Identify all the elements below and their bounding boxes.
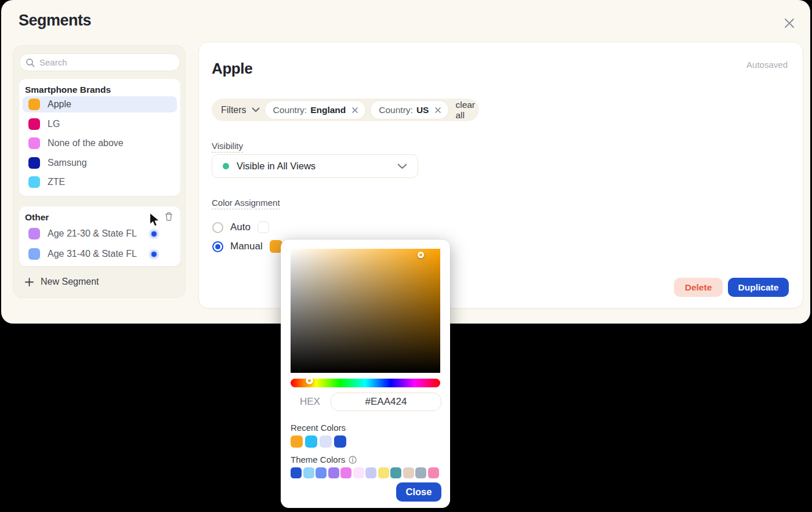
trash-icon	[164, 212, 173, 221]
color-swatch	[28, 99, 40, 110]
color-swatch	[28, 157, 40, 169]
remove-filter-icon[interactable]	[351, 107, 358, 114]
filters-dropdown-toggle[interactable]: Filters	[221, 105, 260, 115]
theme-color-swatch[interactable]	[365, 467, 376, 478]
segment-item-none-of-the-above[interactable]: None of the above	[23, 135, 177, 151]
theme-color-swatch[interactable]	[403, 467, 414, 478]
color-swatch	[28, 118, 40, 130]
search-box[interactable]	[19, 53, 180, 71]
hue-slider-handle[interactable]	[306, 377, 313, 384]
clear-all-filters-button[interactable]: clear all	[455, 100, 475, 121]
gradient-handle[interactable]	[418, 252, 424, 258]
segments-sidebar: Smartphone Brands Apple LG None of the a…	[13, 45, 186, 298]
close-picker-button[interactable]: Close	[396, 482, 441, 502]
autosaved-status: Autosaved	[746, 60, 788, 70]
color-swatch	[28, 137, 40, 149]
color-swatch	[28, 228, 40, 239]
plus-icon	[25, 278, 34, 286]
auto-radio-button[interactable]	[212, 222, 223, 233]
new-segment-button[interactable]: New Segment	[25, 277, 99, 287]
hex-input[interactable]	[331, 393, 441, 411]
theme-color-swatch[interactable]	[291, 467, 302, 478]
recent-colors-label: Recent Colors	[291, 423, 346, 433]
chevron-down-icon	[252, 107, 260, 112]
segment-group-other: Other Age 21-30 & State FL Age 31-40 & S…	[19, 206, 180, 266]
theme-color-swatch[interactable]	[390, 467, 401, 478]
filter-chip-country-us[interactable]: Country: US	[371, 101, 448, 119]
filter-bar: Filters Country: England Country: US cle	[212, 99, 479, 121]
manual-radio-button[interactable]	[212, 241, 223, 252]
theme-color-swatch[interactable]	[303, 467, 314, 478]
hex-label: HEX	[300, 396, 320, 408]
color-swatch	[28, 176, 40, 188]
close-icon	[783, 17, 796, 30]
segment-item-lg[interactable]: LG	[23, 116, 177, 132]
recent-color-swatch[interactable]	[334, 435, 346, 448]
color-assignment-label: Color Assignment	[212, 198, 280, 209]
theme-colors-row	[291, 467, 439, 478]
info-icon[interactable]	[349, 456, 357, 464]
delete-group-button[interactable]	[164, 212, 173, 221]
recent-color-swatch[interactable]	[320, 435, 332, 448]
recent-colors-row	[291, 435, 346, 448]
visibility-status-dot	[223, 163, 229, 169]
theme-color-swatch[interactable]	[340, 467, 351, 478]
hex-row: HEX	[300, 393, 441, 411]
recent-color-swatch[interactable]	[305, 435, 317, 448]
theme-color-swatch[interactable]	[428, 467, 439, 478]
color-picker-popup: HEX Recent Colors Theme Colors Close	[281, 239, 450, 508]
active-indicator-dot	[151, 231, 157, 237]
recent-color-swatch[interactable]	[291, 435, 303, 448]
color-swatch	[28, 248, 40, 260]
segment-item-zte[interactable]: ZTE	[23, 174, 177, 190]
auto-color-swatch[interactable]	[258, 221, 269, 233]
close-button[interactable]	[781, 15, 798, 31]
segment-item-age-21-30[interactable]: Age 21-30 & State FL	[23, 226, 177, 242]
segment-item-apple[interactable]: Apple	[23, 96, 177, 112]
chevron-down-icon	[397, 164, 407, 169]
search-icon	[26, 58, 35, 67]
hue-slider[interactable]	[291, 379, 440, 387]
color-option-manual: Manual	[212, 240, 282, 253]
segment-item-samsung[interactable]: Samsung	[23, 155, 177, 171]
segment-item-age-31-40[interactable]: Age 31-40 & State FL	[23, 246, 177, 262]
filter-chip-country-england[interactable]: Country: England	[265, 101, 366, 119]
theme-color-swatch[interactable]	[316, 467, 327, 478]
active-indicator-dot	[151, 252, 157, 257]
saturation-value-gradient[interactable]	[291, 249, 440, 373]
theme-colors-label: Theme Colors	[291, 455, 357, 464]
delete-button[interactable]: Delete	[674, 278, 723, 297]
group-title: Smartphone Brands	[19, 79, 180, 95]
segment-group-smartphone-brands: Smartphone Brands Apple LG None of the a…	[19, 79, 180, 196]
group-title: Other	[19, 206, 180, 223]
page-title: Segments	[19, 12, 91, 30]
visibility-dropdown[interactable]: Visible in All Views	[212, 154, 418, 178]
duplicate-button[interactable]: Duplicate	[728, 278, 789, 297]
segment-title: Apple	[212, 60, 252, 78]
theme-color-swatch[interactable]	[378, 467, 389, 478]
visibility-label: Visibility	[212, 141, 243, 152]
theme-color-swatch[interactable]	[328, 467, 339, 478]
color-option-auto: Auto	[212, 221, 269, 233]
theme-color-swatch[interactable]	[353, 467, 364, 478]
theme-color-swatch[interactable]	[415, 467, 426, 478]
remove-filter-icon[interactable]	[434, 107, 441, 114]
search-input[interactable]	[39, 57, 174, 67]
